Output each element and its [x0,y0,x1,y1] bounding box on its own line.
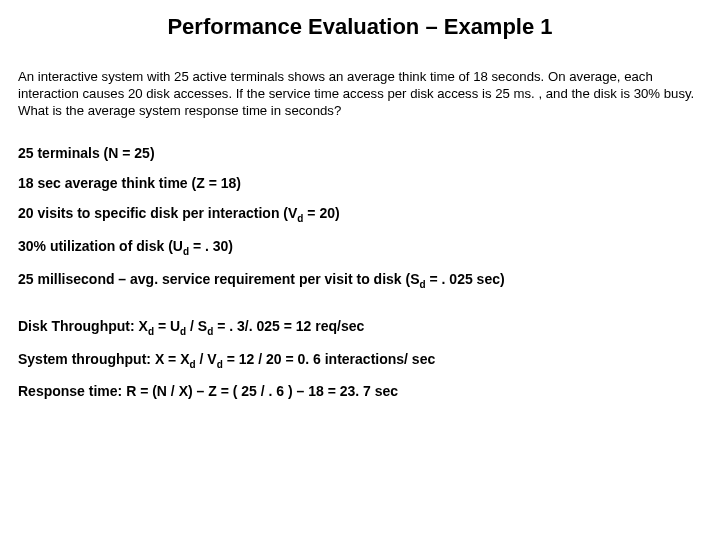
text-part: = 20) [303,205,339,221]
given-utilization: 30% utilization of disk (Ud = . 30) [18,238,702,257]
text-part: / S [186,318,207,334]
problem-statement: An interactive system with 25 active ter… [18,68,702,119]
given-terminals: 25 terminals (N = 25) [18,145,702,161]
text-part: = U [154,318,180,334]
text-part: Disk Throughput: X [18,318,148,334]
text-part: = . 025 sec) [426,271,505,287]
given-service-time: 25 millisecond – avg. service requiremen… [18,271,702,290]
text-part: = 12 / 20 = 0. 6 interactions/ sec [223,351,435,367]
text-part: 20 visits to specific disk per interacti… [18,205,297,221]
spacer [18,304,702,318]
calc-disk-throughput: Disk Throughput: Xd = Ud / Sd = . 3/. 02… [18,318,702,337]
calc-system-throughput: System throughput: X = Xd / Vd = 12 / 20… [18,351,702,370]
slide-title: Performance Evaluation – Example 1 [18,14,702,40]
text-part: = . 3/. 025 = 12 req/sec [213,318,364,334]
calc-response-time: Response time: R = (N / X) – Z = ( 25 / … [18,383,702,399]
given-think-time: 18 sec average think time (Z = 18) [18,175,702,191]
given-visits: 20 visits to specific disk per interacti… [18,205,702,224]
text-part: 25 millisecond – avg. service requiremen… [18,271,420,287]
slide: Performance Evaluation – Example 1 An in… [0,0,720,431]
text-part: = . 30) [189,238,233,254]
text-part: / V [196,351,217,367]
text-part: 30% utilization of disk (U [18,238,183,254]
text-part: System throughput: X = X [18,351,190,367]
